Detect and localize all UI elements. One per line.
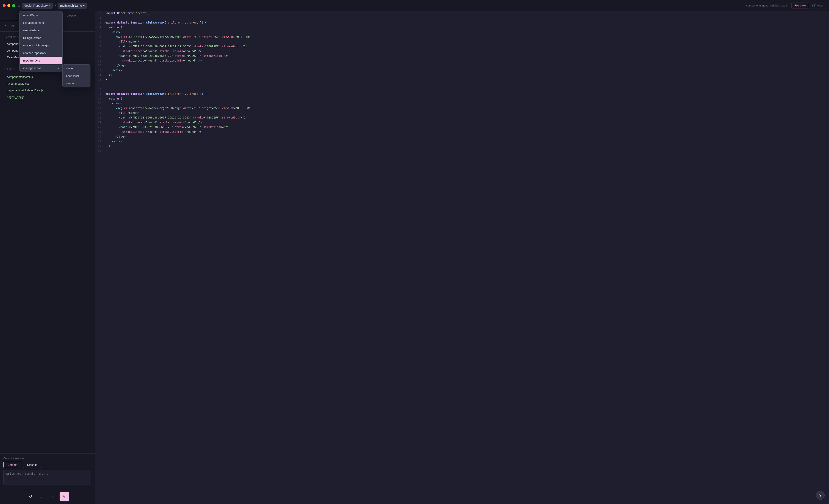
line-number: 8 — [95, 45, 105, 48]
dropdown-item-billing-interface[interactable]: billingInterface — [20, 34, 62, 42]
line-number: 15 — [95, 78, 105, 81]
commit-button[interactable]: Commit — [3, 462, 22, 468]
line-content: } — [105, 149, 107, 152]
line-content: ); — [105, 144, 112, 148]
edit-icon: ✎ — [63, 494, 66, 499]
branch-label: myBranchName — [60, 4, 82, 7]
code-line-3: 3export default function RightArrow({ ch… — [95, 21, 829, 26]
chevron-down-icon: ▾ — [83, 4, 85, 7]
dropdown-item-relations-hip-manager[interactable]: relations hipManager — [20, 42, 62, 49]
diff-view-button[interactable]: Diff View — [809, 3, 826, 8]
line-number: 21 — [95, 107, 105, 110]
line-number: 9 — [95, 50, 105, 53]
code-line-27: 27 </svg> — [95, 135, 829, 139]
code-line-8: 8 <path d="M29 38.6666L38.6667 29L29 19.… — [95, 44, 829, 49]
help-button[interactable]: ? — [816, 491, 825, 500]
repo-selector[interactable]: designRepository ▾ — [22, 3, 53, 9]
staged-file-3[interactable]: pages/api/getUpdatedData.js — [5, 87, 89, 94]
line-number: 3 — [95, 21, 105, 24]
code-line-2: 2 — [95, 16, 829, 21]
line-number: 30 — [95, 149, 105, 152]
line-content: import React from 'react'; — [105, 11, 149, 15]
chevron-right-icon: › — [58, 67, 59, 70]
line-number: 12 — [95, 64, 105, 67]
line-number: 10 — [95, 55, 105, 58]
line-content: <path d="M29 38.6666L38.6667 29L29 19.33… — [105, 45, 247, 48]
line-content: return ( — [105, 97, 122, 100]
dropdown-item-another-repository[interactable]: anotherRepository — [20, 49, 62, 57]
dropdown-item-recent-repo[interactable]: recentRepo — [20, 11, 62, 19]
line-number: 4 — [95, 26, 105, 29]
line-number: 13 — [95, 69, 105, 72]
code-line-14: 14 ); — [95, 73, 829, 78]
dropdown-item-user-interface[interactable]: userInterface — [20, 27, 62, 34]
code-line-9: 9 strokeLinecap="round" strokeLinejoin="… — [95, 49, 829, 54]
repo-dropdown-menu: recentRepo keyManagement userInterface b… — [20, 11, 63, 72]
line-number: 29 — [95, 145, 105, 148]
dropdown-item-manage-repos[interactable]: manage repos › clone open local create — [20, 64, 62, 72]
undo-button[interactable]: ↺ — [3, 23, 7, 30]
main-layout: Changes Stashes ↺ ↻ Unstaged components/… — [0, 11, 829, 504]
dropdown-item-my-other-one[interactable]: myOtherOne — [20, 57, 62, 64]
file-path: components/generic/rightArrow.js — [746, 4, 788, 7]
line-content: strokeLinecap="round" strokeLinejoin="ro… — [105, 121, 202, 124]
push-button[interactable]: ↑ — [48, 492, 58, 501]
code-line-16: 16 — [95, 82, 829, 87]
submenu-clone[interactable]: clone — [63, 65, 90, 72]
line-content: </svg> — [105, 64, 125, 67]
view-toggle: File View Diff View — [791, 3, 826, 8]
chevron-down-icon: ▾ — [49, 4, 50, 7]
line-content: </div> — [105, 140, 122, 143]
unstaged-label: Unstaged — [3, 36, 19, 39]
code-line-29: 29 ); — [95, 144, 829, 149]
code-panel[interactable]: 1import React from 'react';23export defa… — [95, 11, 829, 504]
line-number: 24 — [95, 121, 105, 124]
dropdown-item-key-management[interactable]: keyManagement — [20, 19, 62, 27]
code-line-23: 23 <path d="M29 38.6666L38.6667 29L29 19… — [95, 116, 829, 120]
submenu-open-local[interactable]: open local — [63, 72, 90, 80]
line-number: 1 — [95, 12, 105, 15]
line-number: 14 — [95, 73, 105, 76]
line-content: </div> — [105, 68, 122, 72]
line-number: 25 — [95, 125, 105, 129]
code-line-10: 10 <path d="M19.3333 29L38.6666 29" stro… — [95, 54, 829, 59]
code-line-28: 28 </div> — [95, 139, 829, 144]
code-line-6: 6 <svg xmlns="http://www.w3.org/2000/svg… — [95, 35, 829, 40]
line-content: <div> — [105, 102, 120, 105]
line-number: 5 — [95, 31, 105, 34]
line-content: <path d="M19.3333 29L38.6666 29" stroke=… — [105, 125, 229, 129]
code-line-4: 4 return ( — [95, 26, 829, 30]
stash-button[interactable]: Stash It — [23, 462, 41, 468]
line-content: export default function RightArrow({ chi… — [105, 92, 207, 96]
close-button[interactable] — [3, 4, 6, 7]
line-content: strokeLinecap="round" strokeLinejoin="ro… — [105, 59, 202, 62]
line-number: 17 — [95, 87, 105, 91]
maximize-button[interactable] — [12, 4, 15, 7]
top-bar-right: components/generic/rightArrow.js File Vi… — [746, 3, 826, 8]
staged-file-4[interactable]: pages/_app.js — [5, 94, 89, 100]
line-content: } — [105, 78, 107, 81]
pull-button[interactable]: ↓ — [37, 492, 47, 501]
code-line-21: 21 <svg xmlns="http://www.w3.org/2000/sv… — [95, 106, 829, 111]
line-content: ); — [105, 73, 112, 76]
line-number: 19 — [95, 97, 105, 100]
line-content: </svg> — [105, 135, 125, 138]
line-number: 6 — [95, 35, 105, 38]
staged-label: Staged — [3, 68, 15, 71]
code-line-20: 20 <div> — [95, 102, 829, 106]
file-view-button[interactable]: File View — [791, 3, 809, 8]
question-icon: ? — [819, 493, 822, 498]
line-content: <path d="M19.3333 29L38.6666 29" stroke=… — [105, 54, 229, 58]
submenu-create[interactable]: create — [63, 80, 90, 87]
minimize-button[interactable] — [7, 4, 10, 7]
breadcrumb-separator: › — [55, 3, 56, 8]
edit-button[interactable]: ✎ — [60, 492, 69, 501]
refresh-icon: ↺ — [29, 494, 32, 499]
commit-actions: Commit Stash It — [3, 462, 91, 468]
branch-selector[interactable]: myBranchName ▾ — [58, 3, 87, 9]
window-controls — [3, 4, 15, 7]
refresh-button[interactable]: ↺ — [26, 492, 35, 501]
redo-button[interactable]: ↻ — [10, 23, 15, 30]
code-line-24: 24 strokeLinecap="round" strokeLinejoin=… — [95, 120, 829, 125]
commit-message-input[interactable] — [3, 470, 91, 485]
